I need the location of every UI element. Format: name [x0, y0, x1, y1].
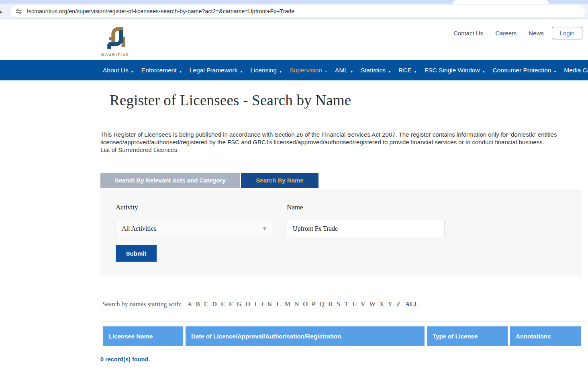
reload-icon[interactable]: ⟳ [0, 9, 4, 16]
nav-item-fsc-single-window[interactable]: FSC Single Window▾ [421, 60, 489, 80]
nav-item-aml[interactable]: AML▾ [331, 60, 357, 80]
browser-tab-strip [0, 0, 588, 4]
letter-link-c[interactable]: C [204, 301, 209, 308]
letter-link-b[interactable]: B [196, 301, 200, 308]
alphabet-filter: Search by names starting with: A B C D E… [102, 301, 419, 308]
letter-link-n[interactable]: N [294, 301, 299, 308]
nav-item-about-us[interactable]: About Us▾ [99, 60, 137, 80]
tab-search-by-acts-category[interactable]: Search By Relevant Acts and Category [100, 173, 240, 188]
alphabet-prefix: Search by names starting with: [102, 301, 182, 308]
search-form-panel: Activity Name All Activities ▼ Submit [100, 189, 582, 277]
nav-item-media-corner[interactable]: Media Corner▾ [560, 60, 588, 80]
chevron-down-icon: ▾ [554, 69, 556, 74]
logo-word: MAURITIUS [101, 53, 129, 57]
chevron-down-icon: ▾ [388, 69, 390, 74]
letter-link-e[interactable]: E [221, 301, 225, 308]
letter-link-o[interactable]: O [303, 301, 308, 308]
url-text[interactable]: fscmauritius.org/en/supervision/register… [27, 8, 294, 14]
name-input[interactable] [287, 220, 445, 237]
letter-link-x[interactable]: X [380, 301, 384, 308]
nav-item-legal-framework[interactable]: Legal Framework▾ [186, 60, 247, 80]
surrendered-licences-link[interactable]: List of Surrendered Licences [100, 146, 177, 153]
submit-button[interactable]: Submit [116, 245, 157, 262]
nav-item-enforcement[interactable]: Enforcement▾ [137, 60, 186, 80]
letter-link-z[interactable]: Z [396, 301, 401, 308]
fsc-logo-icon [103, 25, 128, 50]
letter-link-f[interactable]: F [229, 301, 233, 308]
chevron-down-icon: ▾ [483, 69, 485, 74]
letter-link-q[interactable]: Q [319, 301, 324, 308]
header-links: Contact Us Careers News [453, 30, 544, 37]
letter-link-a[interactable]: A [187, 301, 192, 308]
letter-link-y[interactable]: Y [388, 301, 393, 308]
col-header-date: Date of Licence/Approval/Authorisation/R… [186, 326, 425, 346]
intro-text: This Register of Licensees is being publ… [100, 131, 557, 146]
letter-link-u[interactable]: U [352, 301, 357, 308]
chevron-down-icon: ▾ [325, 69, 327, 74]
site-settings-icon[interactable] [15, 8, 22, 15]
nav-item-rce[interactable]: RCE▾ [394, 60, 421, 80]
nav-item-statistics[interactable]: Statistics▾ [357, 60, 394, 80]
chevron-down-icon: ▾ [240, 69, 242, 74]
nav-item-consumer-protection[interactable]: Consumer Protection▾ [489, 60, 560, 80]
chevron-down-icon: ▾ [131, 69, 133, 74]
nav-item-licensing[interactable]: Licensing▾ [247, 60, 286, 80]
header-link-news[interactable]: News [529, 30, 544, 37]
activity-select[interactable]: All Activities ▼ [116, 220, 273, 237]
header-link-contact-us[interactable]: Contact Us [453, 30, 483, 37]
letter-link-d[interactable]: D [212, 301, 217, 308]
activity-label: Activity [116, 203, 138, 211]
name-label: Name [287, 203, 303, 211]
letter-link-k[interactable]: K [267, 301, 272, 308]
letter-link-i[interactable]: I [254, 301, 257, 308]
records-found-text: 0 record(s) found. [100, 356, 150, 363]
main-navigation: About Us▾ Enforcement▾ Legal Framework▾ … [0, 60, 588, 80]
letter-link-v[interactable]: V [361, 301, 365, 308]
chevron-down-icon: ▾ [280, 69, 282, 74]
search-tabs: Search By Relevant Acts and Category Sea… [100, 173, 318, 188]
letter-link-all[interactable]: ALL [405, 301, 419, 308]
letter-link-g[interactable]: G [237, 301, 241, 308]
chevron-down-icon: ▾ [414, 69, 416, 74]
letter-link-j[interactable]: J [261, 301, 264, 308]
letter-link-r[interactable]: R [328, 301, 333, 308]
chevron-down-icon: ▾ [351, 69, 353, 74]
col-header-type: Type of License [427, 326, 508, 346]
browser-toolbar: ⟳ fscmauritius.org/en/supervision/regist… [0, 4, 588, 19]
table-top-divider [100, 322, 586, 322]
fsc-logo[interactable]: MAURITIUS [101, 25, 129, 57]
letter-link-w[interactable]: W [369, 301, 376, 308]
header-link-careers[interactable]: Careers [495, 30, 517, 37]
site-header: MAURITIUS Contact Us Careers News Login [0, 19, 588, 60]
select-arrow-icon: ▼ [262, 225, 267, 232]
letter-link-p[interactable]: P [312, 301, 316, 308]
letter-link-s[interactable]: S [337, 301, 340, 308]
intro-paragraph: This Register of Licensees is being publ… [100, 131, 578, 154]
nav-item-supervision[interactable]: Supervision▾ [286, 60, 331, 80]
col-header-licensee-name: Licensee Name [103, 326, 183, 346]
address-bar[interactable]: fscmauritius.org/en/supervision/register… [10, 5, 585, 17]
chevron-down-icon: ▾ [180, 69, 182, 74]
letter-link-h[interactable]: H [245, 301, 250, 308]
tab-search-by-name[interactable]: Search By Name [241, 173, 318, 188]
col-header-annotations: Annotations [510, 326, 581, 346]
page-title: Register of Licensees - Search by Name [110, 92, 351, 109]
letter-link-t[interactable]: T [344, 301, 349, 308]
letter-link-m[interactable]: M [284, 301, 290, 308]
browser-active-tab[interactable] [453, 0, 549, 4]
results-table-header: Licensee Name Date of Licence/Approval/A… [100, 326, 582, 346]
letter-link-l[interactable]: L [276, 301, 281, 308]
login-button[interactable]: Login [552, 27, 582, 39]
